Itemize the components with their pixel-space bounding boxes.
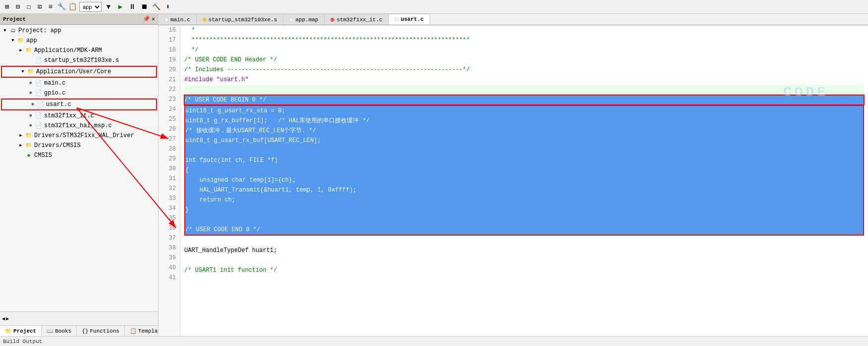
app-select[interactable]: app xyxy=(79,2,102,12)
tree-item-root[interactable]: ▼ 🗂 Project: app xyxy=(0,26,158,36)
toolbar-icon-3[interactable]: ☐ xyxy=(24,2,34,12)
templates-tab-label: Templates xyxy=(138,328,159,334)
tree-label-root: Project: app xyxy=(18,26,61,35)
tab-startup[interactable]: startup_stm32f103xe.s xyxy=(197,14,284,25)
toolbar-step[interactable]: ⏸ xyxy=(127,2,137,12)
ln-22: 22 xyxy=(163,85,176,95)
tab-main-c[interactable]: main.c xyxy=(159,14,197,25)
expand-main-c[interactable]: ⊕ xyxy=(28,80,34,86)
toolbar: ⊞ ⊟ ☐ ⊡ ≡ 🔧 📋 app ▼ ▶ ⏸ ⏹ 🔨 ⬇ xyxy=(0,0,868,14)
code-content: 16 17 18 19 20 21 22 23 24 25 26 27 28 2… xyxy=(159,25,868,336)
sidebar-bottom: ◀ ▶ xyxy=(0,311,158,325)
expand-root[interactable]: ▼ xyxy=(2,28,8,34)
expand-drivers-hal[interactable]: ▶ xyxy=(18,133,24,139)
tree-item-startup[interactable]: 📄 startup_stm32f103xe.s xyxy=(0,55,158,65)
tree-item-gpio-c[interactable]: ⊕ 📄 gpio.c xyxy=(0,88,158,98)
code-line-32: HAL_UART_Transmit(&huart1, temp, 1, 0xff… xyxy=(185,185,863,195)
tree-item-stm32-it[interactable]: ⊕ 📄 stm32f1xx_it.c xyxy=(0,111,158,121)
sidebar-scroll-left[interactable]: ◀ ▶ xyxy=(2,316,9,322)
tab-dot-usart xyxy=(395,17,399,21)
sidebar-header: Project 📌 ✕ xyxy=(0,14,158,25)
tree-label-gpio: gpio.c xyxy=(44,89,65,98)
code-lines: * **************************************… xyxy=(180,25,868,336)
tab-app-map[interactable]: app.map xyxy=(283,14,325,25)
ln-24: 24 xyxy=(163,104,176,114)
tab-label-app-map: app.map xyxy=(295,17,318,23)
bottom-bar: Build Output xyxy=(0,336,868,346)
tab-dot-stm32-it xyxy=(330,18,334,22)
expand-user-core[interactable]: ▼ xyxy=(20,69,26,75)
ln-27: 27 xyxy=(163,134,176,144)
tree-item-stm32-hal[interactable]: ⊕ 📄 stm32f1xx_hal_msp.c xyxy=(0,121,158,131)
expand-stm32-hal[interactable]: ⊕ xyxy=(28,123,34,129)
tree-item-drivers-hal[interactable]: ▶ 📁 Drivers/STM32F1xx_HAL_Driver xyxy=(0,131,158,141)
tab-usart-c[interactable]: usart.c xyxy=(389,14,430,25)
toolbar-icon-5[interactable]: ≡ xyxy=(46,2,55,12)
books-tab-label: Books xyxy=(55,328,71,334)
code-line-22 xyxy=(184,85,864,95)
tree-label-stm32-hal: stm32f1xx_hal_msp.c xyxy=(44,121,112,130)
dropdown-icon[interactable]: ▼ xyxy=(104,2,113,12)
expand-mdk-arm[interactable]: ▶ xyxy=(18,48,24,53)
sidebar-tab-templates[interactable]: 📋 Templates xyxy=(125,326,159,336)
sidebar-pin-icon[interactable]: 📌 xyxy=(143,15,150,23)
toolbar-icon-6[interactable]: 🔧 xyxy=(56,2,66,12)
tab-stm32-it[interactable]: stm32f1xx_it.c xyxy=(325,14,388,25)
toolbar-load[interactable]: ⬇ xyxy=(163,2,173,12)
ln-23: 23 xyxy=(163,95,176,104)
red-box-usart: ⊕ 📄 usart.c xyxy=(1,99,157,110)
expand-usart-c[interactable]: ⊕ xyxy=(30,101,36,107)
ln-17: 17 xyxy=(163,35,176,45)
toolbar-run[interactable]: ▶ xyxy=(115,2,125,12)
toolbar-build[interactable]: 🔨 xyxy=(151,2,161,12)
toolbar-icon-2[interactable]: ⊟ xyxy=(13,2,23,12)
code-line-33: return ch; xyxy=(185,195,863,205)
tree-item-main-c[interactable]: ⊕ 📄 main.c xyxy=(0,78,158,88)
expand-drivers-cmsis[interactable]: ▶ xyxy=(18,143,24,148)
expand-app[interactable]: ▼ xyxy=(10,38,16,44)
code-line-21: #include "usart.h" xyxy=(184,75,864,85)
tree-item-mdk-arm[interactable]: ▶ 📁 Application/MDK-ARM xyxy=(0,46,158,55)
project-tab-icon: 📁 xyxy=(5,328,12,334)
ln-35: 35 xyxy=(163,213,176,223)
sidebar-tree[interactable]: ▼ 🗂 Project: app ▼ 📁 app ▶ 📁 Application… xyxy=(0,25,158,311)
tree-item-usart-c[interactable]: ⊕ 📄 usart.c xyxy=(2,99,156,109)
expand-startup xyxy=(28,57,34,63)
tree-item-user-core[interactable]: ▼ 📁 Application/User/Core xyxy=(2,67,156,77)
toolbar-icon-4[interactable]: ⊡ xyxy=(35,2,45,12)
editor-wrapper: main.c startup_stm32f103xe.s app.map stm… xyxy=(159,14,868,336)
code-line-31: unsigned char temp[1]={ch}; xyxy=(185,175,863,185)
code-line-28 xyxy=(185,146,863,155)
tree-label-main: main.c xyxy=(44,79,65,88)
code-editor[interactable]: 16 17 18 19 20 21 22 23 24 25 26 27 28 2… xyxy=(159,25,868,336)
tree-item-app[interactable]: ▼ 📁 app xyxy=(0,36,158,46)
expand-gpio-c[interactable]: ⊕ xyxy=(28,90,34,96)
tree-label-drivers-hal: Drivers/STM32F1xx_HAL_Driver xyxy=(34,131,134,140)
tab-label-stm32-it: stm32f1xx_it.c xyxy=(336,17,382,23)
expand-stm32-it[interactable]: ⊕ xyxy=(28,113,34,119)
toolbar-icon-1[interactable]: ⊞ xyxy=(2,2,12,12)
tab-label-main: main.c xyxy=(170,17,190,23)
scroll-right-icon[interactable]: ▶ xyxy=(6,316,9,322)
ln-30: 30 xyxy=(163,164,176,174)
scroll-left-icon[interactable]: ◀ xyxy=(2,316,5,322)
toolbar-icons: ⊞ ⊟ ☐ ⊡ ≡ 🔧 📋 xyxy=(2,2,77,12)
code-line-39 xyxy=(184,255,864,265)
sidebar-tab-functions[interactable]: {} Functions xyxy=(77,326,125,336)
code-line-35 xyxy=(185,215,863,225)
ln-19: 19 xyxy=(163,55,176,65)
sidebar-tab-project[interactable]: 📁 Project xyxy=(0,326,42,336)
functions-tab-icon: {} xyxy=(82,328,88,334)
sidebar: Project 📌 ✕ ▼ 🗂 Project: app xyxy=(0,14,159,336)
ln-40: 40 xyxy=(163,263,176,273)
tree-item-drivers-cmsis[interactable]: ▶ 📁 Drivers/CMSIS xyxy=(0,141,158,150)
sidebar-close-icon[interactable]: ✕ xyxy=(152,15,155,23)
code-line-16: * xyxy=(184,25,864,35)
red-box-user-core: ▼ 📁 Application/User/Core xyxy=(1,66,157,78)
sidebar-tab-books[interactable]: 📖 Books xyxy=(42,326,77,336)
toolbar-stop[interactable]: ⏹ xyxy=(139,2,149,12)
tab-label-usart: usart.c xyxy=(401,16,424,22)
tree-item-cmsis[interactable]: ◆ CMSIS xyxy=(0,150,158,160)
toolbar-icon-7[interactable]: 📋 xyxy=(67,2,77,12)
code-line-17: ****************************************… xyxy=(184,35,864,45)
